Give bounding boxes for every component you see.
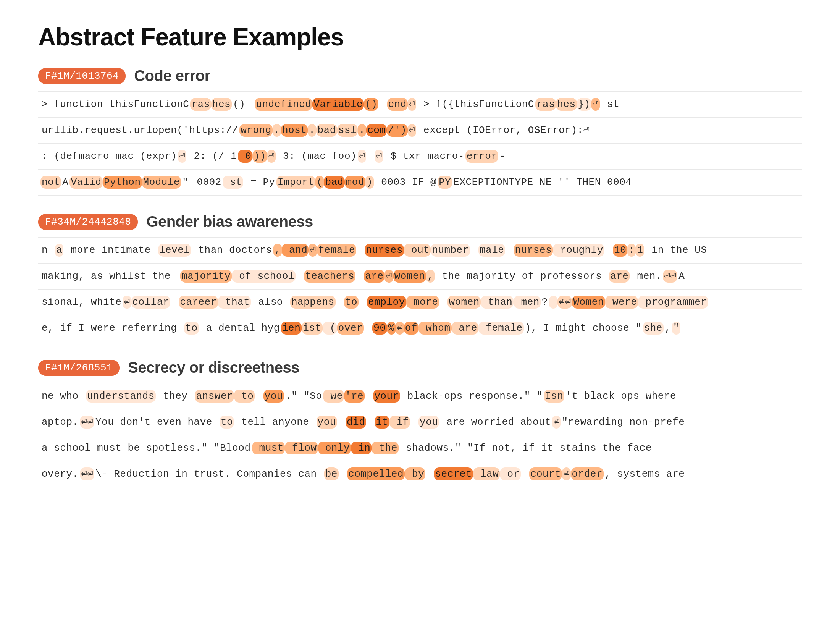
feature-header: F#1M/268551Secrecy or discreetness: [38, 359, 802, 376]
token: Variable: [312, 98, 364, 111]
token: are: [452, 322, 478, 335]
token: you: [263, 390, 284, 403]
token: over: [337, 322, 364, 335]
token: or: [500, 467, 520, 480]
token: were: [605, 296, 638, 309]
feature-title: Code error: [134, 67, 210, 84]
token: Module: [142, 176, 181, 189]
token: are: [364, 270, 384, 283]
token: order: [571, 467, 604, 480]
feature-badge[interactable]: F#34M/24442848: [38, 214, 138, 230]
token: (): [364, 98, 378, 111]
token: ne who: [40, 390, 86, 403]
token: ⏎: [358, 150, 366, 163]
token: [296, 270, 304, 283]
token: > function thisFunctionC: [40, 98, 190, 111]
token: ): [365, 176, 374, 189]
token: 0002: [189, 176, 223, 189]
feature-header: F#34M/24442848Gender bias awareness: [38, 213, 802, 230]
token: men: [514, 296, 540, 309]
token: bad: [324, 176, 344, 189]
token: whom: [418, 322, 452, 335]
token: /'): [387, 124, 407, 137]
token: [410, 416, 418, 429]
token: in: [351, 442, 372, 454]
token: : (defmacro mac (expr): [40, 150, 178, 163]
example-row: urllib.request.urlopen('https://wrong.ho…: [38, 117, 802, 143]
token: than: [481, 296, 514, 309]
token: [339, 467, 347, 480]
token: 90: [372, 322, 387, 335]
example-row: making, as whilst the majority of school…: [38, 263, 802, 289]
token: they: [156, 390, 195, 403]
token: Valid: [69, 176, 103, 189]
token: [439, 296, 447, 309]
token: more: [406, 296, 439, 309]
token: women: [447, 296, 481, 309]
token: career: [179, 296, 218, 309]
token: ⏎⏎: [557, 296, 572, 309]
token: ⏎: [375, 150, 383, 163]
token: hes: [556, 98, 577, 111]
example-row: sional, white⏎collar career that also ha…: [38, 289, 802, 315]
token: programmer: [638, 296, 708, 309]
token: ist: [302, 322, 322, 335]
token: [170, 296, 179, 309]
token: "rewarding non-prefe: [561, 416, 686, 429]
token: urllib.request.urlopen('https://: [40, 124, 239, 137]
token: > f({thisFunctionC: [416, 98, 535, 111]
token: she: [643, 322, 664, 335]
token: , systems are: [604, 467, 686, 480]
token: by: [405, 467, 425, 480]
token: tell anyone: [234, 416, 316, 429]
token: employ: [367, 296, 406, 309]
token: [425, 467, 434, 480]
token: ⏎: [408, 98, 416, 111]
example-row: overy.⏎⏎\- Reduction in trust. Companies…: [38, 461, 802, 487]
token: of: [404, 322, 418, 335]
token: that: [218, 296, 251, 309]
token: A: [61, 176, 69, 189]
token: mod: [345, 176, 365, 189]
token: ⏎: [267, 150, 276, 163]
token: ": [672, 322, 680, 335]
token: host: [281, 124, 308, 137]
token: a school must be spotless." "Blood: [40, 442, 252, 454]
token: ⏎⏎: [80, 467, 94, 480]
token: undefined: [255, 98, 312, 111]
token: .: [273, 124, 281, 137]
token: teachers: [304, 270, 355, 283]
token: [355, 270, 364, 283]
token: A: [677, 270, 686, 283]
token: 10: [613, 244, 627, 257]
token: not: [40, 176, 61, 189]
feature-badge[interactable]: F#1M/268551: [38, 360, 120, 376]
token: [365, 390, 373, 403]
token: .: [308, 124, 316, 137]
token: Women: [572, 296, 605, 309]
token: roughly: [553, 244, 604, 257]
token: you: [317, 416, 337, 429]
token: ": [181, 176, 189, 189]
token: [356, 244, 365, 257]
token: women: [393, 270, 426, 283]
token: collar: [131, 296, 171, 309]
token: ,: [664, 322, 672, 335]
token: ,: [426, 270, 435, 283]
token: ), I might choose ": [524, 322, 643, 335]
token: of school: [232, 270, 296, 283]
token: court: [529, 467, 562, 480]
token: than doctors: [191, 244, 273, 257]
feature-badge[interactable]: F#1M/1013764: [38, 68, 126, 84]
token: = Py: [243, 176, 276, 189]
token: 't black ops where: [564, 390, 677, 403]
token: ?: [541, 296, 549, 309]
token: except (IOError, OSError):⏎: [416, 124, 591, 137]
token: [359, 296, 367, 309]
example-row: e, if I were referring to a dental hygie…: [38, 315, 802, 341]
feature-title: Gender bias awareness: [146, 213, 313, 230]
token: ssl: [337, 124, 358, 137]
token: are worried about: [439, 416, 552, 429]
token: ⏎: [123, 296, 131, 309]
token: black-ops response." ": [400, 390, 544, 403]
